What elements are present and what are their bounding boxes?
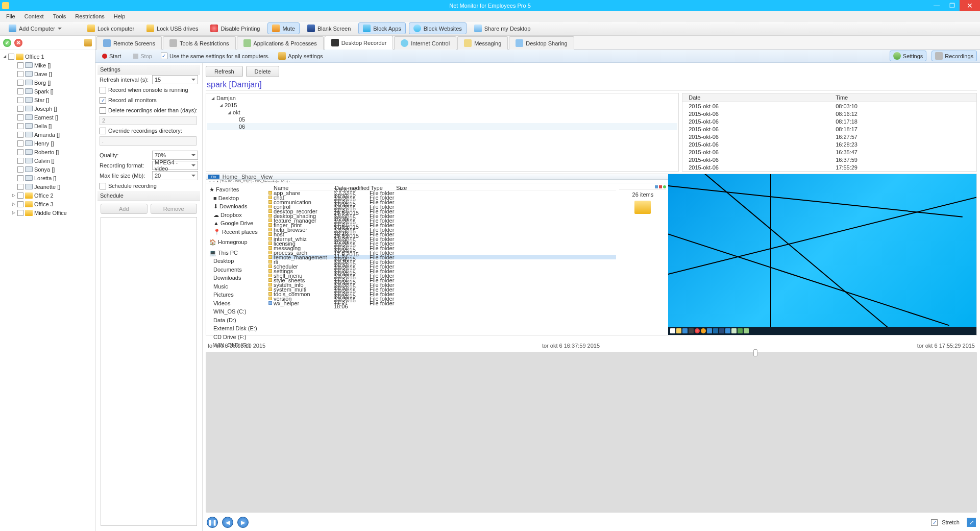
usb-lock-icon — [146, 25, 154, 32]
sharing-icon — [516, 39, 523, 47]
delete-button[interactable]: Delete — [246, 66, 280, 77]
tab-applications[interactable]: Applications & Processes — [237, 36, 324, 50]
stop-button[interactable]: Stop — [130, 52, 156, 61]
tab-desktop-sharing[interactable]: Desktop Sharing — [509, 36, 574, 50]
schedule-checkbox[interactable] — [100, 183, 106, 189]
computer-tree[interactable]: ◢Office 1 Mike []Dave []Borg []Spark []S… — [0, 50, 95, 219]
tree-computer-item[interactable]: Borg [] — [1, 78, 94, 87]
table-row[interactable]: 2015-okt-0616:37:59 — [682, 156, 976, 163]
globe-icon — [413, 25, 421, 32]
format-select[interactable]: MPEG4 - video — [152, 161, 198, 170]
block-websites-button[interactable]: Block Websites — [409, 22, 467, 34]
mute-icon — [272, 25, 280, 32]
tab-remote-screens[interactable]: Remote Screens — [96, 36, 162, 50]
menu-tools[interactable]: Tools — [49, 12, 70, 20]
camera-icon — [331, 39, 339, 46]
share-icon — [474, 25, 482, 32]
settings-button[interactable]: Settings — [890, 51, 927, 61]
block-apps-button[interactable]: Block Apps — [358, 22, 405, 34]
blank-screen-icon — [307, 25, 315, 32]
monitor-icon — [25, 184, 33, 189]
tree-computer-item[interactable]: Henry [] — [1, 139, 94, 148]
reject-icon[interactable]: ✕ — [14, 39, 22, 47]
window-title: Net Monitor for Employees Pro 5 — [449, 3, 531, 9]
add-computer-button[interactable]: Add Computer — [4, 22, 66, 34]
gear-icon — [893, 52, 901, 60]
edit-icon[interactable] — [84, 39, 92, 46]
play-pause-button[interactable]: ❚❚ — [207, 517, 218, 528]
schedule-remove-button[interactable]: Remove — [151, 204, 198, 214]
tree-computer-item[interactable]: Jeanette [] — [1, 182, 94, 191]
table-row[interactable]: 2015-okt-0608:17:18 — [682, 117, 976, 125]
record-icon — [102, 54, 107, 59]
tab-desktop-recorder[interactable]: Desktop Recorder — [325, 36, 394, 50]
minimize-button[interactable]: — — [929, 0, 944, 11]
mute-button[interactable]: Mute — [267, 22, 299, 34]
next-frame-button[interactable]: ▶ — [237, 517, 249, 528]
monitor-icon — [25, 140, 33, 146]
disable-printing-button[interactable]: Disable Printing — [206, 22, 264, 34]
stretch-checkbox[interactable]: ✓ — [931, 519, 938, 526]
table-row[interactable]: 2015-okt-0617:55:29 — [682, 163, 976, 171]
playback-slider[interactable] — [206, 352, 977, 513]
tree-computer-item[interactable]: Dave [] — [1, 69, 94, 78]
tree-computer-item[interactable]: Star [] — [1, 95, 94, 104]
timestamp-start: tor okt 6 08:03:10 2015 — [208, 343, 265, 349]
recording-table[interactable]: DateTime 2015-okt-0608:03:102015-okt-060… — [682, 93, 977, 172]
monitor-icon — [25, 114, 33, 120]
record-console-checkbox[interactable] — [100, 87, 106, 93]
table-row[interactable]: 2015-okt-0616:27:57 — [682, 133, 976, 140]
monitor-icon — [25, 158, 33, 163]
refresh-interval-select[interactable]: 15 — [152, 75, 198, 84]
table-row[interactable]: 2015-okt-0616:35:47 — [682, 148, 976, 156]
table-row[interactable]: 2015-okt-0608:16:12 — [682, 110, 976, 117]
override-dir-checkbox[interactable] — [100, 128, 106, 134]
apply-settings-button[interactable]: Apply settings — [275, 51, 326, 61]
globe-icon — [401, 39, 408, 47]
max-size-select[interactable]: 20 — [152, 171, 198, 180]
lock-usb-button[interactable]: Lock USB drives — [142, 22, 203, 34]
fullscreen-button[interactable]: ⤢ — [967, 518, 976, 527]
tree-computer-item[interactable]: Spark [] — [1, 87, 94, 95]
tree-computer-item[interactable]: Mike [] — [1, 61, 94, 69]
tree-computer-item[interactable]: Amanda [] — [1, 130, 94, 139]
menu-restrictions[interactable]: Restrictions — [71, 12, 108, 20]
menu-help[interactable]: Help — [110, 12, 130, 20]
refresh-button[interactable]: Refresh — [206, 66, 243, 77]
schedule-list[interactable] — [101, 217, 197, 526]
delete-older-checkbox[interactable] — [100, 107, 106, 114]
approve-icon[interactable]: ✓ — [3, 39, 11, 47]
prev-frame-button[interactable]: ◀ — [222, 517, 233, 528]
recording-preview: FileHomeShareView ← → ▲ | This PC › WIN_… — [206, 174, 977, 335]
start-button[interactable]: Start — [99, 52, 125, 61]
menu-file[interactable]: File — [2, 12, 19, 20]
tab-messaging[interactable]: Messaging — [457, 36, 508, 50]
blank-screen-button[interactable]: Blank Screen — [303, 22, 355, 34]
table-row[interactable]: 2015-okt-0616:28:23 — [682, 140, 976, 148]
tree-computer-item[interactable]: Roberto [] — [1, 148, 94, 156]
tree-computer-item[interactable]: Loretta [] — [1, 174, 94, 182]
tree-computer-item[interactable]: Calvin [] — [1, 156, 94, 165]
close-button[interactable]: ✕ — [960, 0, 980, 11]
quality-select[interactable]: 70% — [152, 151, 198, 160]
table-row[interactable]: 2015-okt-0608:18:17 — [682, 125, 976, 133]
share-desktop-button[interactable]: Share my Desktop — [470, 22, 535, 34]
tree-computer-item[interactable]: Della [] — [1, 122, 94, 130]
record-all-checkbox[interactable]: ✓ — [100, 97, 106, 104]
tree-computer-item[interactable]: Joseph [] — [1, 104, 94, 113]
monitor-icon — [25, 106, 33, 111]
tab-tools-restrictions[interactable]: Tools & Restrictions — [163, 36, 236, 50]
recordings-button[interactable]: Recordings — [932, 51, 977, 61]
tab-internet-control[interactable]: Internet Control — [394, 36, 456, 50]
folder-icon — [25, 192, 33, 199]
recording-date-tree[interactable]: ◢Damjan ◢2015 ◢okt 05 06 — [206, 93, 679, 172]
menu-context[interactable]: Context — [20, 12, 48, 20]
tree-computer-item[interactable]: Sonya [] — [1, 165, 94, 174]
schedule-add-button[interactable]: Add — [101, 204, 148, 214]
use-same-checkbox[interactable]: ✓ — [161, 53, 167, 59]
lock-computer-button[interactable]: Lock computer — [83, 22, 139, 34]
table-row[interactable]: 2015-okt-0608:03:10 — [682, 102, 976, 110]
tree-computer-item[interactable]: Earnest [] — [1, 113, 94, 122]
block-apps-icon — [363, 25, 371, 32]
maximize-button[interactable]: ❐ — [944, 0, 960, 11]
